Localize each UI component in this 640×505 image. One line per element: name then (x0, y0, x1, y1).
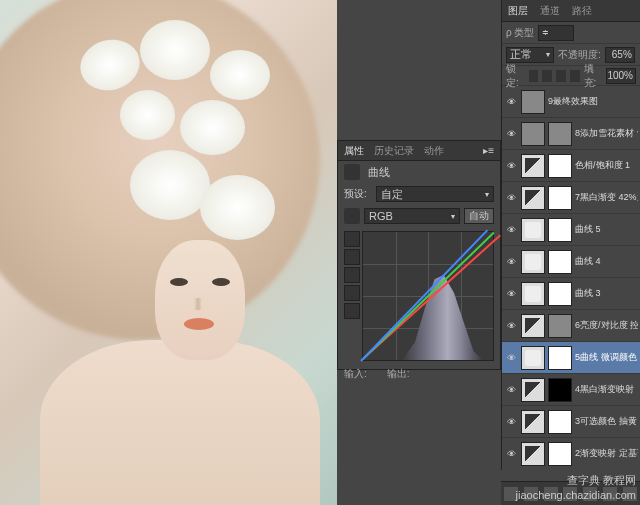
layer-thumbnail[interactable] (521, 410, 545, 434)
layer-mask-thumbnail[interactable] (548, 314, 572, 338)
layer-name[interactable]: 曲线 5 (575, 223, 638, 236)
sampler-icon[interactable] (344, 208, 360, 224)
layer-thumbnail[interactable] (521, 314, 545, 338)
visibility-eye-icon[interactable]: 👁 (504, 256, 518, 268)
layer-thumbnail[interactable] (521, 378, 545, 402)
visibility-eye-icon[interactable]: 👁 (504, 128, 518, 140)
layer-name[interactable]: 8添加雪花素材 让 (575, 127, 638, 140)
lock-label: 锁定: (506, 62, 525, 90)
curve-lines (363, 232, 493, 360)
tab-channels[interactable]: 通道 (540, 4, 560, 18)
orchid-flower (200, 175, 275, 240)
layer-row[interactable]: 👁曲线 5 (502, 214, 640, 246)
visibility-eye-icon[interactable]: 👁 (504, 224, 518, 236)
fill-input[interactable]: 100% (606, 68, 636, 84)
visibility-eye-icon[interactable]: 👁 (504, 192, 518, 204)
layer-row[interactable]: 👁2渐变映射 定基调 (502, 438, 640, 466)
visibility-eye-icon[interactable]: 👁 (504, 96, 518, 108)
lips (184, 318, 214, 330)
layer-row[interactable]: 👁曲线 4 (502, 246, 640, 278)
layer-mask-thumbnail[interactable] (548, 410, 572, 434)
panels-area: 属性 历史记录 动作 ▸≡ 曲线 预设: 自定 ▾ RGB ▾ 自动 (337, 0, 640, 505)
visibility-eye-icon[interactable]: 👁 (504, 288, 518, 300)
layer-thumbnail[interactable] (521, 250, 545, 274)
layer-mask-thumbnail[interactable] (548, 442, 572, 466)
lock-position-icon[interactable] (556, 70, 566, 82)
visibility-eye-icon[interactable]: 👁 (504, 160, 518, 172)
layer-row[interactable]: 👁曲线 3 (502, 278, 640, 310)
panel-menu-icon[interactable]: ▸≡ (483, 145, 494, 156)
layer-thumbnail[interactable] (521, 346, 545, 370)
layer-name[interactable]: 色相/饱和度 1 (575, 159, 638, 172)
layer-mask-thumbnail[interactable] (548, 154, 572, 178)
layer-thumbnail[interactable] (521, 442, 545, 466)
layer-row[interactable]: 👁3可选颜色 抽黄 (502, 406, 640, 438)
chevron-down-icon: ▾ (546, 50, 550, 59)
layer-name[interactable]: 9最终效果图 (548, 95, 638, 108)
channel-dropdown[interactable]: RGB ▾ (364, 208, 460, 224)
preset-label: 预设: (344, 187, 372, 201)
layer-row[interactable]: 👁5曲线 微调颜色 (502, 342, 640, 374)
visibility-eye-icon[interactable]: 👁 (504, 320, 518, 332)
layer-name[interactable]: 5曲线 微调颜色 (575, 351, 638, 364)
opacity-input[interactable]: 65% (605, 47, 635, 63)
layer-mask-thumbnail[interactable] (548, 122, 572, 146)
layer-row[interactable]: 👁6亮度/对比度 控 (502, 310, 640, 342)
layer-name[interactable]: 曲线 4 (575, 255, 638, 268)
layer-row[interactable]: 👁7黑白渐变 42%透 (502, 182, 640, 214)
filter-kind-dropdown[interactable]: ≑ (538, 25, 574, 41)
eyedropper-gray-icon[interactable] (344, 285, 360, 301)
visibility-eye-icon[interactable]: 👁 (504, 448, 518, 460)
watermark: 查字典 教程网 jiaocheng.chazidian.com (516, 473, 636, 502)
eyedropper-black-icon[interactable] (344, 267, 360, 283)
layer-mask-thumbnail[interactable] (548, 346, 572, 370)
auto-button[interactable]: 自动 (464, 208, 494, 224)
layer-row[interactable]: 👁8添加雪花素材 让 (502, 118, 640, 150)
curves-graph[interactable] (362, 231, 494, 361)
layer-row[interactable]: 👁色相/饱和度 1 (502, 150, 640, 182)
layer-mask-thumbnail[interactable] (548, 250, 572, 274)
eyedropper-white-icon[interactable] (344, 303, 360, 319)
lock-pixels-icon[interactable] (542, 70, 552, 82)
layer-mask-thumbnail[interactable] (548, 378, 572, 402)
layer-thumbnail[interactable] (521, 186, 545, 210)
orchid-flower (120, 90, 175, 140)
layer-thumbnail[interactable] (521, 154, 545, 178)
tab-properties[interactable]: 属性 (344, 144, 364, 158)
layer-thumbnail[interactable] (521, 282, 545, 306)
layer-name[interactable]: 3可选颜色 抽黄 (575, 415, 638, 428)
layer-row[interactable]: 👁4黑白渐变映射 (502, 374, 640, 406)
preset-value: 自定 (381, 187, 403, 202)
layer-row[interactable]: 👁9最终效果图 (502, 86, 640, 118)
layer-name[interactable]: 7黑白渐变 42%透 (575, 191, 638, 204)
visibility-eye-icon[interactable]: 👁 (504, 352, 518, 364)
tab-history[interactable]: 历史记录 (374, 144, 414, 158)
layer-name[interactable]: 6亮度/对比度 控 (575, 319, 638, 332)
chevron-down-icon: ▾ (485, 190, 489, 199)
lock-transparency-icon[interactable] (529, 70, 539, 82)
layer-name[interactable]: 曲线 3 (575, 287, 638, 300)
tab-actions[interactable]: 动作 (424, 144, 444, 158)
visibility-eye-icon[interactable]: 👁 (504, 384, 518, 396)
layer-thumbnail[interactable] (521, 90, 545, 114)
preset-dropdown[interactable]: 自定 ▾ (376, 186, 494, 202)
lock-all-icon[interactable] (570, 70, 580, 82)
layer-thumbnail[interactable] (521, 218, 545, 242)
blend-mode-dropdown[interactable]: 正常 ▾ (506, 47, 554, 63)
point-tool-icon[interactable] (344, 231, 360, 247)
layer-mask-thumbnail[interactable] (548, 282, 572, 306)
layer-name[interactable]: 2渐变映射 定基调 (575, 447, 638, 460)
tab-paths[interactable]: 路径 (572, 4, 592, 18)
visibility-eye-icon[interactable]: 👁 (504, 416, 518, 428)
draw-tool-icon[interactable] (344, 249, 360, 265)
layer-mask-thumbnail[interactable] (548, 218, 572, 242)
nose (194, 298, 202, 310)
input-label: 输入: (344, 367, 367, 381)
tab-layers[interactable]: 图层 (508, 4, 528, 18)
layer-mask-thumbnail[interactable] (548, 186, 572, 210)
eye-left (170, 278, 188, 286)
blend-mode-value: 正常 (510, 47, 532, 62)
layer-name[interactable]: 4黑白渐变映射 (575, 383, 638, 396)
layer-list[interactable]: 👁9最终效果图👁8添加雪花素材 让👁色相/饱和度 1👁7黑白渐变 42%透👁曲线… (502, 86, 640, 466)
layer-thumbnail[interactable] (521, 122, 545, 146)
